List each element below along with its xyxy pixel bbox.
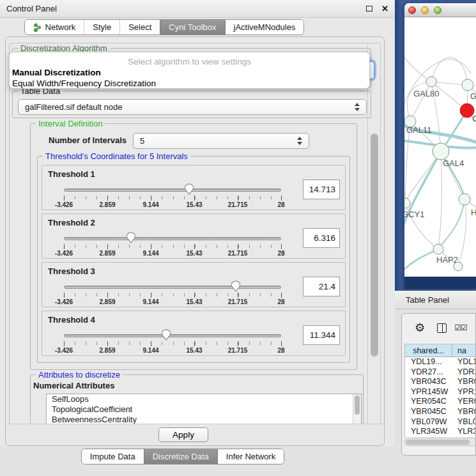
network-node[interactable] [404,198,410,208]
tick-label: 2.859 [99,250,115,257]
tab-jactivemnodules[interactable]: jActiveMNodules [225,20,304,35]
zoom-traffic-light-icon[interactable] [434,6,441,14]
tick-label: 28 [277,250,284,257]
network-window-titlebar[interactable] [404,3,476,17]
tick-label: 28 [277,347,284,354]
control-panel-titlebar: Control Panel ✕ [0,0,395,18]
threshold-value-field[interactable]: 14.713 [303,180,340,199]
network-node[interactable] [454,262,463,271]
network-node-label: GCY1 [404,210,424,219]
table-horizontal-scrollbar[interactable] [404,438,476,446]
tab-network[interactable]: Network [25,20,84,35]
table-data-group: Table Data galFiltered.sif default node [12,91,371,118]
tab-select[interactable]: Select [119,20,160,35]
close-icon[interactable]: ✕ [381,4,388,13]
popup-placeholder: Select algorithm to view settings [10,57,369,66]
table-row[interactable]: YLR345WYLR3 [405,427,476,437]
threshold-row: Threshold 4-3.4262.8599.14415.4321.71528… [42,311,346,356]
tick-label: 15.43 [186,298,202,305]
tick-label: 2.859 [99,347,115,354]
table-row[interactable]: YBL079WYBL0 [405,417,476,427]
popup-option-manual[interactable]: Manual Discretization [12,68,101,77]
threshold-slider[interactable]: -3.4262.8599.14415.4321.71528 [64,230,281,258]
network-node[interactable] [433,244,443,254]
network-canvas[interactable]: GAL80GACGAL11GAL4GCY1HHAP2 [404,17,476,277]
threshold-value-field[interactable]: 11.344 [303,325,340,345]
column-header-shared-name[interactable]: shared... [405,344,452,357]
table-row[interactable]: YBR043CYBR0 [405,377,476,387]
table-row[interactable]: YDL19...YDL1 [405,357,476,367]
tick-label: 15.43 [186,347,202,354]
network-view-window: GAL80GACGAL11GAL4GCY1HHAP2 [404,3,476,289]
network-node[interactable] [462,79,473,91]
network-node-label: GAL4 [443,158,464,168]
tick-label: 9.144 [142,201,158,208]
combo-stepper-icon [355,103,360,111]
network-node-label: GA [470,91,476,101]
column-layout-icon[interactable] [437,323,447,333]
tab-cyni-toolbox[interactable]: Cyni Toolbox [160,20,224,35]
table-data-combobox[interactable]: galFiltered.sif default node [18,99,367,115]
table-row[interactable]: YER054CYER0 [405,397,476,407]
desktop-area: GAL80GACGAL11GAL4GCY1HHAP2 Table Panel ⚙… [395,0,476,476]
number-of-intervals-combobox[interactable]: 5 [133,133,309,149]
list-item[interactable]: SelfLoops [47,394,361,404]
table-row[interactable]: YDR27...YDR2 [405,367,476,378]
network-node[interactable] [459,194,470,205]
tab-discretize-data[interactable]: Discretize Data [144,449,217,464]
threshold-value-field[interactable]: 6.316 [303,228,340,248]
list-item[interactable]: TopologicalCoefficient [47,404,361,415]
group-title: Threshold's Coordinates for 5 Intervals [43,151,190,161]
algorithm-dropdown-popup: Select algorithm to view settings Manual… [9,52,370,89]
gear-icon[interactable]: ⚙ [415,322,425,334]
list-vertical-scrollbar[interactable] [353,394,361,426]
network-node-label: C [472,114,476,123]
float-window-icon[interactable] [366,6,372,12]
close-traffic-light-icon[interactable] [408,6,416,14]
tab-impute-data[interactable]: Impute Data [82,449,144,464]
slider-thumb-icon[interactable] [161,329,171,341]
threshold-coordinates-group: Threshold's Coordinates for 5 Intervals … [37,156,350,363]
network-nodes: GAL80GACGAL11GAL4GCY1HHAP2 [404,77,476,271]
tab-infer-network[interactable]: Infer Network [217,449,284,464]
tick-label: 9.144 [142,347,158,354]
tick-label: 28 [277,201,284,208]
slider-thumb-icon[interactable] [231,280,240,292]
apply-button[interactable]: Apply [158,427,208,442]
threshold-slider[interactable]: -3.4262.8599.14415.4321.71528 [64,327,281,355]
node-table[interactable]: shared... na YDL19...YDL1YDR27...YDR2YBR… [404,344,476,437]
numerical-attributes-list[interactable]: SelfLoopsTopologicalCoefficientBetweenne… [46,394,362,427]
tab-style[interactable]: Style [84,20,119,35]
select-columns-icon[interactable]: ☑☑ [454,323,467,332]
network-node[interactable] [433,143,449,160]
slider-thumb-icon[interactable] [185,183,194,195]
network-node[interactable] [426,77,436,87]
table-header-row: shared... na [405,344,476,357]
popup-option-equal-width[interactable]: Equal Width/Frequency Discretization [12,79,156,88]
tick-label: 9.144 [142,298,158,305]
bottom-tab-strip: Impute Data Discretize Data Infer Networ… [0,449,395,464]
table-body: YDL19...YDL1YDR27...YDR2YBR043CYBR0YPR14… [405,357,476,437]
threshold-value-field[interactable]: 21.4 [303,277,340,296]
network-node-label: H [471,208,476,217]
threshold-slider[interactable]: -3.4262.8599.14415.4321.71528 [64,181,281,210]
interval-definition-group: Interval Definition Number of Intervals … [30,123,357,370]
table-row[interactable]: YPR145WYPR1 [405,387,476,397]
network-node-label: GAL11 [406,125,432,135]
tick-label: -3.426 [55,347,73,354]
tick-label: 2.859 [99,201,115,208]
slider-thumb-icon[interactable] [127,232,136,243]
tick-label: -3.426 [55,250,73,257]
column-header-name[interactable]: na [452,344,476,357]
network-node-label: GAL80 [413,89,439,98]
threshold-label: Threshold 3 [48,266,95,276]
threshold-slider[interactable]: -3.4262.8599.14415.4321.71528 [64,279,281,307]
panel-vertical-scrollbar[interactable] [367,44,381,439]
minimize-traffic-light-icon[interactable] [421,6,429,14]
panel-footer: Apply [6,424,383,445]
table-row[interactable]: YBR045CYBR0 [405,407,476,417]
tick-label: 21.715 [228,298,248,305]
threshold-row: Threshold 1-3.4262.8599.14415.4321.71528… [42,165,346,210]
tick-label: 2.859 [99,298,115,305]
tick-label: 21.715 [228,250,248,257]
